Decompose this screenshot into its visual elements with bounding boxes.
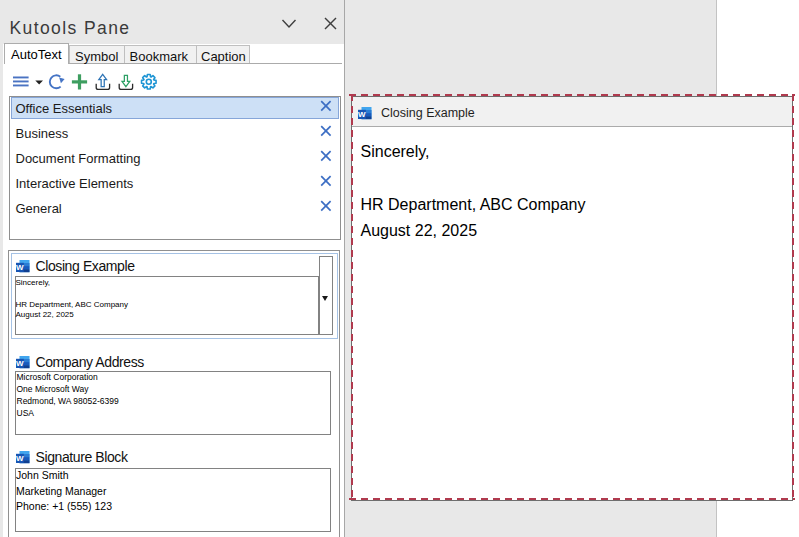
svg-text:W: W — [16, 263, 24, 272]
svg-text:W: W — [16, 359, 24, 368]
svg-text:W: W — [16, 454, 24, 463]
svg-text:W: W — [358, 110, 366, 119]
